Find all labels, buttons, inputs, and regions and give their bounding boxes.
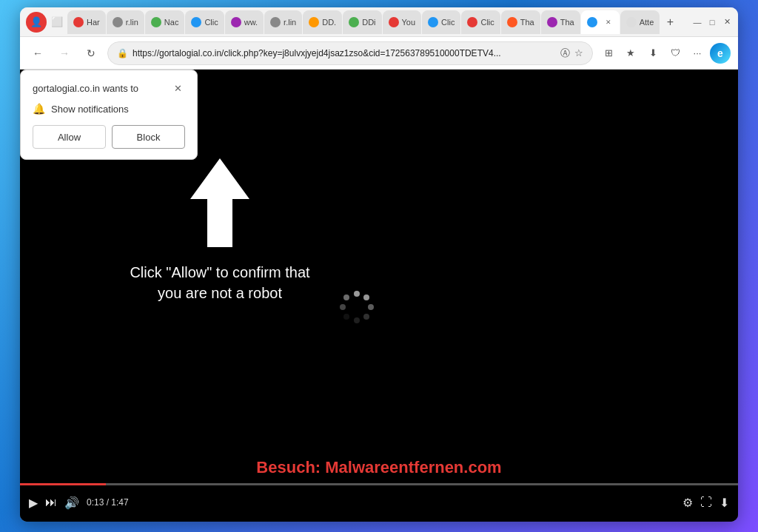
title-bar: 👤 ⬜ Har r.lin Nac Clic ww. [20, 7, 738, 37]
svg-point-4 [363, 314, 369, 320]
tab-label: Tha [520, 18, 534, 27]
bell-icon: 🔔 [33, 103, 45, 115]
browser-tab[interactable]: Nac [145, 10, 185, 34]
content-area: Click "Allow" to confirm that you are no… [20, 70, 738, 522]
more-options-button[interactable]: ··· [688, 44, 707, 63]
popup-header: gortalogial.co.in wants to ✕ [33, 81, 185, 95]
url-text: https://gortalogial.co.in/click.php?key=… [133, 48, 556, 58]
tab-label: Clic [204, 18, 218, 27]
tab-label: Atte [640, 18, 654, 27]
browser-tab[interactable]: Har [67, 10, 106, 34]
popup-buttons: Allow Block [33, 125, 185, 149]
svg-point-2 [363, 294, 369, 300]
favorites-icon[interactable]: ★ [621, 44, 640, 63]
new-tab-button[interactable]: + [660, 13, 680, 32]
download-button[interactable]: ⬇ [720, 496, 729, 510]
back-button[interactable]: ← [27, 43, 48, 64]
tab-favicon [191, 17, 201, 27]
tab-label: DDi [362, 18, 375, 27]
tab-favicon [428, 17, 438, 27]
profile-icon[interactable]: 👤 [26, 12, 47, 33]
notification-popup: gortalogial.co.in wants to ✕ 🔔 Show noti… [20, 70, 198, 160]
tab-favicon [389, 17, 399, 27]
spinner-svg [338, 288, 375, 325]
browser-tab[interactable]: r.lin [107, 10, 144, 34]
tab-label: Har [87, 18, 100, 27]
minimize-button[interactable]: — [692, 17, 702, 27]
maximize-button[interactable]: □ [707, 17, 717, 27]
tab-bar: Har r.lin Nac Clic ww. r.lin [67, 10, 689, 34]
tab-label: Clic [480, 18, 494, 27]
bookmark-icon[interactable]: ☆ [574, 47, 583, 58]
browser-essentials-icon[interactable]: 🛡 [665, 44, 685, 63]
up-arrow-icon [190, 158, 249, 247]
tab-close-button[interactable]: ✕ [603, 17, 614, 27]
volume-button[interactable]: 🔊 [64, 496, 79, 510]
tab-favicon [113, 17, 123, 27]
fullscreen-button[interactable]: ⛶ [700, 496, 712, 509]
close-button[interactable]: ✕ [722, 17, 732, 27]
tab-favicon [626, 17, 637, 27]
tab-favicon [547, 17, 557, 27]
svg-point-3 [368, 304, 374, 310]
tab-label: Clic [441, 18, 455, 27]
robot-confirm-text: Click "Allow" to confirm that you are no… [116, 262, 323, 303]
tab-favicon [73, 17, 84, 27]
browser-tab[interactable]: Clic [422, 10, 460, 34]
svg-point-1 [354, 291, 360, 297]
play-button[interactable]: ▶ [29, 496, 38, 510]
tab-favicon [270, 17, 281, 27]
loading-spinner [338, 288, 375, 325]
browser-window: 👤 ⬜ Har r.lin Nac Clic ww. [20, 7, 738, 522]
collections-icon[interactable]: ⬇ [643, 44, 663, 63]
right-controls: ⚙ ⛶ ⬇ [682, 496, 729, 510]
arrow-container: Click "Allow" to confirm that you are no… [116, 158, 323, 303]
progress-fill [20, 483, 106, 485]
block-button[interactable]: Block [112, 125, 185, 149]
watermark-text: Besuch: Malwareentfernen.com [256, 458, 501, 477]
tab-favicon [231, 17, 241, 27]
browser-tab[interactable]: DD. [303, 10, 342, 34]
read-aloud-icon[interactable]: Ⓐ [560, 47, 570, 60]
browser-tab[interactable]: Clic [185, 10, 224, 34]
video-controls: ▶ ⏭ 🔊 0:13 / 1:47 ⚙ ⛶ ⬇ [20, 483, 738, 522]
browser-tab[interactable]: r.lin [264, 10, 302, 34]
tab-list-icon[interactable]: ⬜ [50, 15, 64, 30]
tab-favicon [587, 17, 597, 27]
window-controls: — □ ✕ [692, 17, 732, 27]
split-screen-icon[interactable]: ⊞ [599, 44, 618, 63]
browser-tab[interactable]: Tha [541, 10, 580, 34]
tab-favicon [151, 17, 161, 27]
skip-button[interactable]: ⏭ [45, 496, 57, 509]
progress-bar[interactable] [20, 483, 738, 485]
tab-label: Nac [164, 18, 179, 27]
tab-label: You [402, 18, 416, 27]
browser-tab[interactable]: Atte [620, 10, 660, 34]
popup-close-button[interactable]: ✕ [170, 81, 185, 95]
svg-point-6 [343, 314, 349, 320]
tab-favicon [507, 17, 517, 27]
browser-tab[interactable]: You [383, 10, 422, 34]
tab-label: DD. [322, 18, 336, 27]
video-player: Click "Allow" to confirm that you are no… [20, 70, 738, 522]
tab-label: r.lin [284, 18, 296, 27]
settings-button[interactable]: ⚙ [682, 496, 693, 510]
lock-icon: 🔒 [117, 48, 128, 58]
address-bar: ← → ↻ 🔒 https://gortalogial.co.in/click.… [20, 37, 738, 70]
forward-button: → [54, 43, 75, 64]
browser-tab-active[interactable]: ✕ [581, 10, 620, 34]
browser-tab[interactable]: DDi [343, 10, 381, 34]
svg-point-8 [343, 294, 349, 300]
allow-button[interactable]: Allow [33, 125, 106, 149]
refresh-button[interactable]: ↻ [81, 43, 101, 64]
svg-marker-0 [190, 158, 249, 247]
svg-point-7 [340, 304, 346, 310]
popup-title: gortalogial.co.in wants to [33, 83, 138, 94]
time-display: 0:13 / 1:47 [87, 497, 675, 508]
show-notifications-label: Show notifications [51, 104, 129, 115]
browser-tab[interactable]: Tha [501, 10, 540, 34]
tab-favicon [349, 17, 359, 27]
browser-tab[interactable]: ww. [225, 10, 264, 34]
address-input[interactable]: 🔒 https://gortalogial.co.in/click.php?ke… [107, 41, 593, 65]
browser-tab[interactable]: Clic [461, 10, 500, 34]
